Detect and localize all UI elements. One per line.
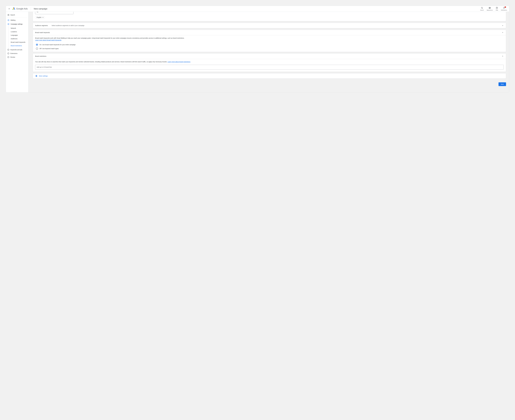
radio-label: On: Use broad match keywords for your en…	[39, 44, 76, 45]
language-search-input[interactable]	[35, 12, 73, 14]
brand-restrictions-description: Your ads will only show on searches that…	[35, 61, 167, 63]
header-search-button[interactable]: Search	[480, 7, 484, 11]
card-header-audience[interactable]: Audience segments Select audience segmen…	[33, 23, 506, 28]
close-icon	[42, 17, 44, 18]
substep-locations[interactable]: Locations	[8, 30, 27, 33]
check-circle-icon	[8, 19, 9, 21]
app-window: Google Ads New campaign Search Appearanc…	[6, 6, 509, 92]
page-title: New campaign	[34, 8, 47, 10]
card-body-broad-match: Broad match keywords work with Smart Bid…	[33, 35, 506, 52]
substep-network[interactable]: Network	[8, 26, 27, 30]
page-search-icon	[8, 14, 9, 16]
card-header-broad-match[interactable]: Broad match keywords	[33, 30, 506, 35]
empty-circle-icon	[8, 49, 9, 51]
svg-rect-5	[8, 14, 9, 16]
card-body-brand-restrictions: Your ads will only show on searches that…	[33, 59, 506, 72]
step-bidding[interactable]: Bidding	[7, 18, 27, 22]
card-brand-restrictions: Brand restrictions Your ads will only sh…	[33, 53, 506, 72]
more-settings-label: More settings	[39, 75, 48, 77]
step-label: Bidding	[11, 19, 15, 21]
empty-circle-icon	[8, 56, 9, 58]
chevron-down-icon	[502, 24, 504, 27]
chevron-up-icon	[502, 31, 504, 34]
header-notifications-button[interactable]: Notifications	[501, 7, 507, 11]
header-search-label: Search	[480, 9, 484, 11]
footer: Next	[33, 82, 506, 86]
brand-text-ads: Ads	[24, 8, 28, 10]
step-label: Keywords and ads	[10, 49, 22, 51]
card-audience-segments: Audience segments Select audience segmen…	[33, 23, 506, 28]
broad-match-radio-group: On: Use broad match keywords for your en…	[35, 44, 504, 50]
substep-broad-match-keywords[interactable]: Broad match keywords	[8, 40, 27, 44]
chip-label: English	[37, 17, 41, 18]
brand-text-google: Google	[16, 8, 23, 10]
svg-point-1	[481, 7, 483, 8]
step-extensions[interactable]: Extensions	[7, 52, 27, 55]
substep-brand-restrictions[interactable]: Brand restrictions	[8, 44, 27, 47]
app-header: Google Ads New campaign Search Appearanc…	[6, 6, 509, 12]
help-icon	[496, 7, 498, 9]
radio-broad-match-off[interactable]: Off: Use keyword match types	[36, 48, 504, 50]
step-label: Extensions	[10, 52, 17, 54]
card-title: Audience segments	[35, 25, 52, 26]
learn-more-broad-match-link[interactable]: Learn more about broad match keywords	[35, 39, 61, 41]
svg-point-4	[497, 8, 497, 8]
step-keywords-and-ads[interactable]: Keywords and ads	[7, 48, 27, 52]
google-ads-logo-icon	[12, 7, 15, 10]
svg-point-6	[8, 15, 9, 15]
substep-audiences[interactable]: Audiences	[8, 37, 27, 40]
radio-icon	[36, 44, 38, 46]
radio-broad-match-on[interactable]: On: Use broad match keywords for your en…	[36, 44, 504, 46]
search-icon	[37, 12, 38, 13]
substeps-campaign-settings: Network Locations Languages Audiences Br…	[8, 26, 27, 48]
card-subtitle: Select audience segments to add to your …	[52, 25, 502, 26]
sidebar: Search Bidding Campaign settings Network…	[6, 12, 28, 92]
card-header-brand-restrictions[interactable]: Brand restrictions	[33, 53, 506, 59]
sidebar-separator	[7, 17, 27, 17]
step-label: Campaign settings	[11, 23, 23, 25]
language-chip-english[interactable]: English	[35, 16, 45, 19]
svg-point-7	[8, 19, 9, 21]
appearance-icon	[489, 7, 491, 9]
chevron-up-icon	[502, 55, 504, 57]
svg-point-0	[13, 9, 13, 10]
card-title: Broad match keywords	[35, 32, 502, 33]
header-appearance-label: Appearance	[487, 9, 493, 11]
card-title: Brand restrictions	[35, 55, 502, 57]
card-languages: English	[33, 12, 506, 21]
more-settings-button[interactable]: More settings	[33, 73, 506, 79]
header-help-button[interactable]: Help	[496, 7, 498, 11]
header-divider	[31, 7, 31, 10]
search-icon	[481, 7, 483, 9]
svg-point-8	[8, 23, 9, 25]
substep-languages[interactable]: Languages	[8, 33, 27, 37]
radio-label: Off: Use keyword match types	[39, 48, 59, 49]
header-appearance-button[interactable]: Appearance	[487, 7, 493, 11]
step-campaign-settings[interactable]: Campaign settings	[7, 22, 27, 26]
product-logo: Google Ads	[12, 7, 28, 10]
sidebar-search-label: Search	[10, 14, 15, 16]
check-circle-icon	[8, 23, 9, 25]
close-icon	[8, 8, 10, 10]
radio-icon	[36, 48, 38, 50]
close-button[interactable]	[7, 7, 11, 11]
broad-match-description: Broad match keywords work with Smart Bid…	[35, 37, 184, 39]
step-review[interactable]: Review	[7, 55, 27, 59]
step-label: Review	[10, 56, 15, 58]
empty-circle-icon	[8, 52, 9, 54]
next-button[interactable]: Next	[499, 82, 506, 86]
brand-lists-input[interactable]: Add up to 10 brand lists	[35, 65, 504, 69]
sidebar-search[interactable]: Search	[7, 13, 27, 17]
main-content[interactable]: English Audience segments Select audienc…	[28, 12, 509, 92]
card-broad-match-keywords: Broad match keywords Broad match keyword…	[33, 30, 506, 52]
brand-lists-placeholder: Add up to 10 brand lists	[37, 66, 52, 68]
header-notifications-label: Notifications	[501, 9, 507, 11]
gear-icon	[35, 75, 37, 77]
header-help-label: Help	[496, 9, 498, 11]
learn-more-brand-restrictions-link[interactable]: Learn more about brand restrictions	[167, 61, 190, 63]
notification-alert-badge	[505, 6, 506, 8]
